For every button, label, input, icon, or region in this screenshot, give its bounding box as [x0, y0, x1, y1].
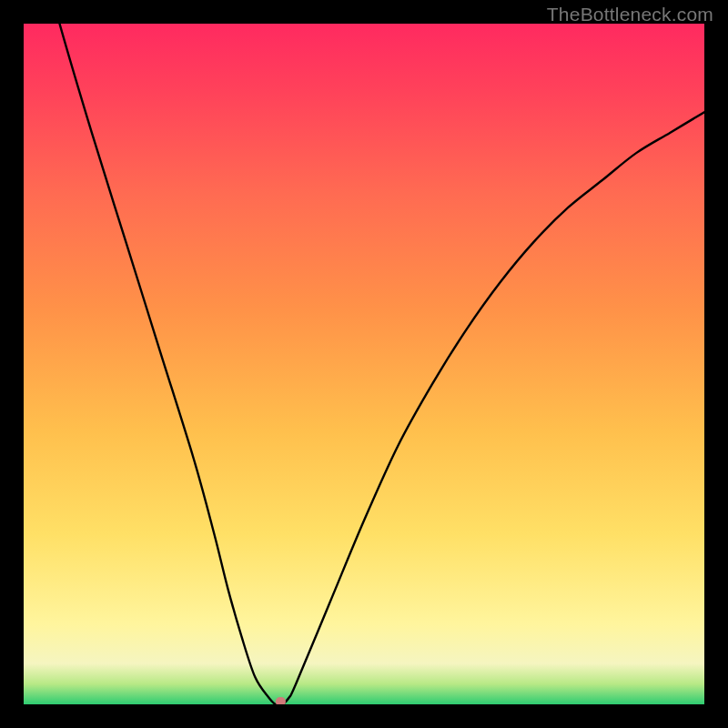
chart-gradient-background [24, 24, 704, 704]
watermark-text: TheBottleneck.com [547, 4, 713, 25]
